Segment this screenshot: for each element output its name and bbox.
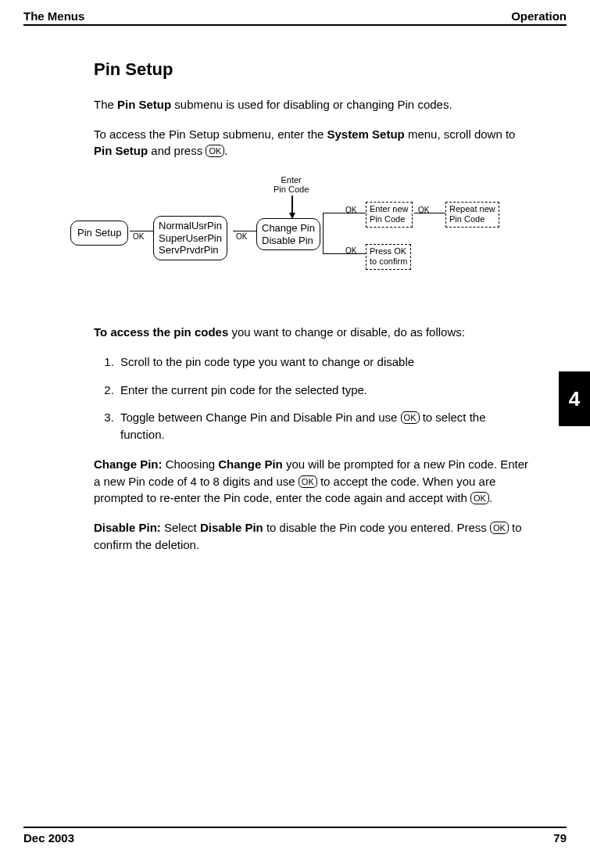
step-1: Scroll to the pin code type you want to …	[117, 353, 531, 371]
enter-pin-code-label: Enter Pin Code	[274, 175, 309, 194]
text: Pin Code	[370, 214, 405, 224]
ok-button-icon: OK	[299, 475, 317, 488]
text: Toggle between Change Pin and Disable Pi…	[120, 411, 401, 424]
text: Change Pin	[262, 222, 315, 234]
steps-list: Scroll to the pin code type you want to …	[94, 353, 531, 443]
node-press-ok-confirm: Press OK to confirm	[366, 244, 411, 269]
text: and press	[148, 144, 206, 157]
ok-button-icon: OK	[401, 411, 420, 424]
text-bold: Disable Pin:	[94, 521, 161, 534]
ok-button-icon: OK	[206, 145, 224, 157]
text: Enter	[281, 175, 301, 185]
flow-diagram: Enter Pin Code Pin Setup OK NormalUsrPin…	[63, 175, 531, 300]
text-bold: Change Pin	[218, 457, 283, 471]
step-2: Enter the current pin code for the selec…	[117, 382, 531, 399]
text-bold: To access the pin codes	[94, 325, 228, 339]
step-3: Toggle between Change Pin and Disable Pi…	[117, 409, 531, 443]
text: Repeat new	[449, 204, 495, 213]
ok-label: OK	[418, 205, 429, 217]
text-bold: Pin Setup	[117, 98, 171, 111]
intro-para-2: To access the Pin Setup submenu, enter t…	[94, 126, 531, 160]
ok-label: OK	[345, 205, 356, 217]
connector	[323, 230, 324, 253]
disable-pin-para: Disable Pin: Select Disable Pin to disab…	[94, 519, 531, 554]
text-bold: Disable Pin	[200, 521, 263, 534]
arrow-line	[291, 195, 293, 214]
text: to confirm	[370, 256, 407, 266]
text: Disable Pin	[262, 235, 313, 246]
ok-label: OK	[236, 231, 247, 243]
connector	[323, 253, 367, 254]
connector	[323, 213, 367, 213]
text: you want to change or disable, do as fol…	[228, 325, 465, 339]
ok-label: OK	[345, 246, 356, 257]
node-change-disable: Change Pin Disable Pin	[256, 218, 320, 250]
text: menu, scroll down to	[405, 127, 516, 141]
ok-label: OK	[133, 231, 144, 243]
chapter-tab: 4	[559, 371, 590, 426]
text: To access the Pin Setup submenu, enter t…	[94, 127, 327, 141]
node-pin-setup: Pin Setup	[70, 221, 128, 246]
page-title: Pin Setup	[94, 57, 531, 82]
intro-para-1: The Pin Setup submenu is used for disabl…	[94, 96, 531, 113]
text: Pin Code	[449, 214, 485, 224]
access-lead: To access the pin codes you want to chan…	[94, 324, 531, 341]
text: .	[224, 144, 227, 157]
text: NormalUsrPin	[159, 220, 222, 231]
footer-page-number: 79	[553, 831, 567, 845]
text: .	[489, 491, 492, 504]
text: Choosing	[163, 457, 219, 471]
header-bar: The Menus Operation	[23, 9, 567, 26]
text-bold: Change Pin:	[94, 457, 163, 471]
text: The	[94, 98, 117, 111]
header-right: Operation	[511, 9, 567, 23]
connector	[323, 213, 324, 230]
text: Press OK	[370, 246, 406, 256]
text-bold: Pin Setup	[94, 144, 148, 157]
page-content: Pin Setup The Pin Setup submenu is used …	[23, 26, 531, 554]
change-pin-para: Change Pin: Choosing Change Pin you will…	[94, 456, 531, 507]
text: Select	[161, 521, 200, 534]
text: ServPrvdrPin	[159, 244, 219, 256]
ok-button-icon: OK	[490, 522, 509, 534]
text: Enter new	[370, 204, 409, 213]
text: SuperUserPin	[159, 232, 222, 244]
node-repeat-new-pin: Repeat new Pin Code	[445, 202, 499, 227]
footer-date: Dec 2003	[23, 831, 74, 845]
ok-button-icon: OK	[470, 492, 489, 504]
text: submenu is used for disabling or changin…	[171, 98, 452, 111]
text: to disable the Pin code you entered. Pre…	[263, 521, 490, 534]
header-left: The Menus	[23, 9, 84, 23]
text: Pin Code	[274, 185, 309, 194]
text-bold: System Setup	[327, 127, 405, 141]
node-enter-new-pin: Enter new Pin Code	[366, 202, 413, 227]
footer-bar: Dec 2003 79	[23, 827, 567, 845]
node-pin-types: NormalUsrPin SuperUserPin ServPrvdrPin	[153, 216, 227, 260]
